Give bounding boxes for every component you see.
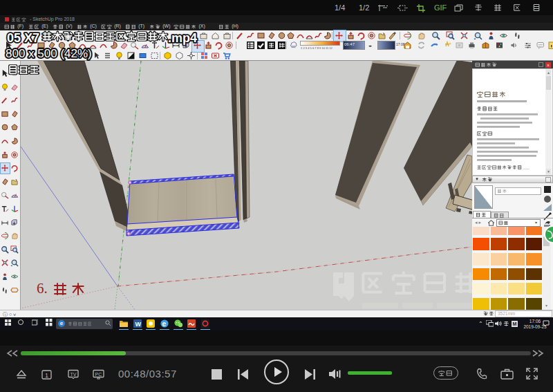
svg-text:W: W <box>135 321 142 328</box>
svg-text:1: 1 <box>45 372 48 379</box>
svg-text:PC: PC <box>95 372 102 377</box>
svg-text:......: ...... <box>523 166 529 170</box>
svg-text:.mp4: .mp4 <box>168 31 197 45</box>
svg-text:e: e <box>162 320 167 328</box>
svg-text:05 X7: 05 X7 <box>7 31 39 45</box>
svg-text:800 x 500 (42%): 800 x 500 (42%) <box>6 47 92 60</box>
svg-text:TV: TV <box>71 372 77 377</box>
